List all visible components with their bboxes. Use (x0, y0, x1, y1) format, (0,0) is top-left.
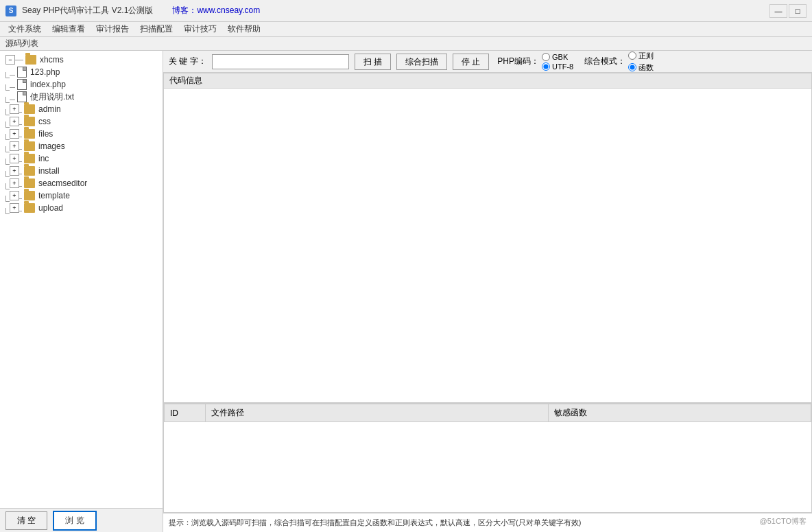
tree-toggle-images[interactable]: + (10, 141, 19, 151)
menu-filesystem[interactable]: 文件系统 (3, 22, 47, 36)
file-icon-readme (17, 91, 27, 102)
clear-button[interactable]: 清 空 (5, 511, 47, 530)
tree-node-readme[interactable]: 使用说明.txt (0, 91, 163, 103)
comprehensive-scan-button[interactable]: 综合扫描 (396, 54, 447, 70)
tree-label-admin: admin (38, 104, 61, 114)
folder-icon-files (24, 129, 35, 139)
tree-node-css[interactable]: + css (0, 115, 163, 128)
gbk-label: GBK (552, 53, 568, 61)
tree-node-template[interactable]: + template (0, 189, 163, 202)
minimize-button[interactable]: — (769, 4, 787, 18)
hint-bar: 提示：浏览载入源码即可扫描，综合扫描可在扫描配置自定义函数和正则表达式，默认高速… (163, 513, 812, 532)
tree-label-install: install (38, 166, 60, 176)
code-info-header: 代码信息 (164, 73, 811, 89)
tree-label-xhcms: xhcms (40, 55, 64, 65)
tree-node-files[interactable]: + files (0, 128, 163, 140)
tree-label-seacmseditor: seacmseditor (38, 178, 87, 188)
tree-toggle-xhcms[interactable]: − (5, 55, 15, 65)
regex-option[interactable]: 正则 (628, 51, 654, 61)
tree-toggle-template[interactable]: + (10, 191, 19, 200)
toolbar: 关 键 字： 扫 描 综合扫描 停 止 PHP编码： GBK UTF-8 (163, 51, 812, 73)
menu-softwarehelp[interactable]: 软件帮助 (222, 22, 266, 36)
tree-toggle-files[interactable]: + (10, 129, 19, 139)
tree-node-indexphp[interactable]: index.php (0, 78, 163, 91)
tree-node-admin[interactable]: + admin (0, 103, 163, 115)
tree-node-xhcms[interactable]: − xhcms (0, 54, 163, 66)
left-bottom-buttons: 清 空 浏 览 (0, 508, 163, 532)
tree-toggle-css[interactable]: + (10, 117, 19, 126)
blog-link[interactable]: 博客：www.cnseay.com (172, 5, 260, 16)
code-info-section: 代码信息 (163, 73, 812, 403)
menu-audittips[interactable]: 审计技巧 (178, 22, 222, 36)
tree-toggle-install[interactable]: + (10, 166, 19, 176)
app-title: Seay PHP代码审计工具 V2.1公测版 (22, 5, 153, 16)
hint-text: 提示：浏览载入源码即可扫描，综合扫描可在扫描配置自定义函数和正则表达式，默认高速… (169, 518, 581, 528)
comprehensive-mode-group: 综合模式： 正则 函数 (584, 51, 654, 73)
browse-button[interactable]: 浏 览 (53, 511, 96, 531)
code-info-body (164, 89, 811, 402)
php-encoding-group: PHP编码： GBK UTF-8 (497, 53, 573, 71)
tree-connector (15, 60, 23, 60)
regex-label: 正则 (638, 51, 654, 61)
folder-icon-inc (24, 154, 35, 163)
col-sensitive-func: 敏感函数 (549, 404, 811, 422)
keyword-input[interactable] (212, 54, 349, 69)
encoding-radio-group: GBK UTF-8 (542, 53, 573, 71)
tree-node-images[interactable]: + images (0, 140, 163, 152)
tree-label-template: template (38, 191, 70, 200)
right-panel: 关 键 字： 扫 描 综合扫描 停 止 PHP编码： GBK UTF-8 (163, 51, 812, 532)
menu-scanconfig[interactable]: 扫描配置 (134, 22, 178, 36)
folder-icon-css (24, 117, 35, 126)
function-option[interactable]: 函数 (628, 62, 654, 73)
utf8-label: UTF-8 (552, 62, 573, 71)
folder-icon-upload (24, 203, 35, 213)
tree-node-upload[interactable]: + upload (0, 202, 163, 214)
folder-icon-xhcms (25, 55, 36, 65)
results-section: ID 文件路径 敏感函数 (163, 403, 812, 513)
folder-icon-install (24, 166, 35, 176)
title-bar-left: S Seay PHP代码审计工具 V2.1公测版 博客：www.cnseay.c… (5, 5, 260, 16)
gbk-radio[interactable] (542, 53, 550, 61)
menu-bar: 文件系统 编辑查看 审计报告 扫描配置 审计技巧 软件帮助 (0, 22, 812, 37)
app-icon: S (5, 5, 16, 16)
menu-editview[interactable]: 编辑查看 (47, 22, 91, 36)
utf8-option[interactable]: UTF-8 (542, 62, 573, 71)
tree-toggle-inc[interactable]: + (10, 154, 19, 163)
tree-toggle-seacmseditor[interactable]: + (10, 178, 19, 188)
comprehensive-mode-label: 综合模式： (584, 56, 625, 67)
tree-label-indexphp: index.php (30, 80, 66, 89)
tree-label-upload: upload (38, 203, 63, 213)
regex-radio[interactable] (628, 51, 636, 60)
tree-label-files: files (38, 129, 53, 139)
col-id: ID (165, 404, 206, 422)
stop-button[interactable]: 停 止 (453, 54, 489, 70)
gbk-option[interactable]: GBK (542, 53, 573, 61)
keyword-label: 关 键 字： (169, 56, 206, 67)
tree-node-123php[interactable]: 123.php (0, 66, 163, 78)
tree-node-seacmseditor[interactable]: + seacmseditor (0, 177, 163, 189)
folder-icon-images (24, 141, 35, 151)
scan-button[interactable]: 扫 描 (355, 54, 391, 70)
window-controls: — □ (769, 4, 807, 18)
main-content: − xhcms 123.php index.php (0, 51, 812, 532)
tree-label-images: images (38, 141, 65, 151)
tree-node-inc[interactable]: + inc (0, 152, 163, 165)
tree-node-install[interactable]: + install (0, 165, 163, 177)
mode-radio-group: 正则 函数 (628, 51, 654, 73)
file-tree[interactable]: − xhcms 123.php index.php (0, 51, 163, 508)
tree-label-123php: 123.php (30, 67, 60, 77)
tree-label-inc: inc (38, 154, 49, 163)
tree-toggle-upload[interactable]: + (10, 203, 19, 213)
menu-auditreport[interactable]: 审计报告 (91, 22, 134, 36)
folder-icon-template (24, 191, 35, 200)
folder-icon-seacmseditor (24, 178, 35, 188)
tree-toggle-admin[interactable]: + (10, 104, 19, 114)
tree-label-css: css (38, 117, 51, 126)
maximize-button[interactable]: □ (789, 4, 807, 18)
function-label: 函数 (638, 62, 654, 73)
file-icon-123php (17, 67, 27, 78)
function-radio[interactable] (628, 63, 636, 71)
folder-icon-admin (24, 104, 35, 114)
title-bar: S Seay PHP代码审计工具 V2.1公测版 博客：www.cnseay.c… (0, 0, 812, 22)
utf8-radio[interactable] (542, 62, 550, 71)
